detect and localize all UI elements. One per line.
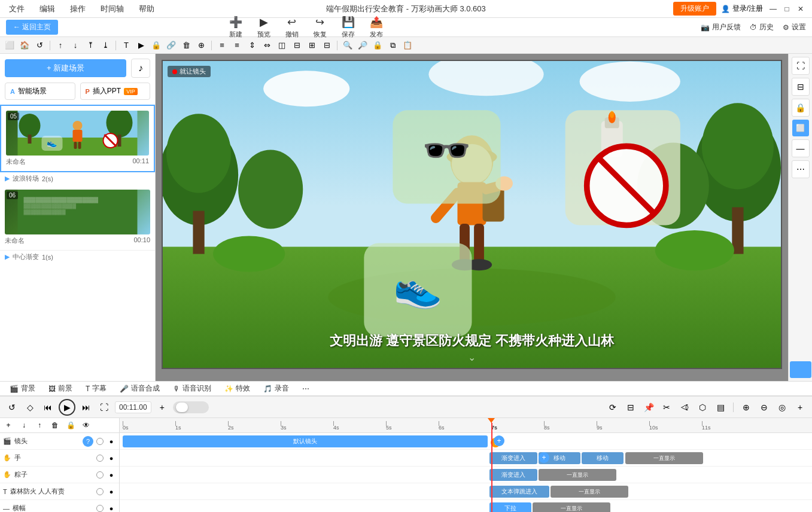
camera-dot[interactable] xyxy=(96,438,104,445)
tl-layer-down[interactable]: ↓ xyxy=(19,420,29,431)
upgrade-button[interactable]: 升级账户 xyxy=(673,2,716,16)
loop-tool[interactable]: ↺ xyxy=(33,39,46,52)
record-tool[interactable]: 🎵 录音 xyxy=(260,382,293,395)
tl-crop[interactable]: ▤ xyxy=(713,400,728,415)
tl-filter[interactable]: ⏿ xyxy=(677,400,692,415)
clip-camera-green[interactable]: + xyxy=(494,435,504,446)
zoom-out[interactable]: 🔎 xyxy=(356,39,369,52)
align-left[interactable]: ≡ xyxy=(215,39,229,52)
toolbar-undo[interactable]: ↩ 撤销 xyxy=(285,16,299,39)
menu-help[interactable]: 帮助 xyxy=(136,2,157,16)
lock2[interactable]: 🔒 xyxy=(371,39,384,52)
banner-eye[interactable]: ● xyxy=(107,504,116,513)
align-right[interactable]: ⇕ xyxy=(245,39,258,52)
fullscreen-button[interactable]: ⛶ xyxy=(792,57,810,75)
zoom-in[interactable]: 🔍 xyxy=(341,39,354,52)
toolbar-save[interactable]: 💾 保存 xyxy=(342,16,355,39)
more-button[interactable]: ⋯ xyxy=(792,160,810,178)
tl-zoomout[interactable]: ⊖ xyxy=(757,400,771,415)
speed-toggle[interactable] xyxy=(173,401,209,413)
subtitle-tool[interactable]: T 字幕 xyxy=(82,382,110,395)
canvas-content[interactable]: 🕶️ 👟 xyxy=(162,60,782,369)
align-middle[interactable]: ◫ xyxy=(275,39,288,52)
fg-tool[interactable]: 🖼 前景 xyxy=(45,382,76,395)
scene-item-05[interactable]: 👟 05 未命名 00:11 xyxy=(0,105,155,172)
toolbar-preview[interactable]: ▶ 预览 xyxy=(257,16,270,39)
back-home-button[interactable]: ← 返回主页 xyxy=(6,20,58,35)
paste[interactable]: 📋 xyxy=(401,39,414,52)
clip-banner-always[interactable]: 一直显示 xyxy=(533,502,610,512)
tl-layer-lock[interactable]: 🔒 xyxy=(65,420,76,431)
home-tool[interactable]: 🏠 xyxy=(18,39,31,52)
tl-layer-eye[interactable]: 👁 xyxy=(81,420,92,431)
hand-dot[interactable] xyxy=(96,455,104,462)
tl-add-frame[interactable]: + xyxy=(793,400,807,415)
clip-hand-always[interactable]: 一直显示 xyxy=(625,452,703,464)
clip-zongzi-always[interactable]: 一直显示 xyxy=(539,469,616,481)
history-button[interactable]: ⏱ 历史 xyxy=(750,22,774,32)
tl-prev[interactable]: ⏮ xyxy=(41,400,55,415)
next-tool[interactable]: ▶ xyxy=(135,39,148,52)
lock-button[interactable]: 🔒 xyxy=(792,99,810,117)
menu-operate[interactable]: 操作 xyxy=(67,2,89,16)
ai-scene-button[interactable]: A 智能场景 xyxy=(5,83,75,100)
fx-tool[interactable]: ✨ 特效 xyxy=(221,382,254,395)
hand-eye[interactable]: ● xyxy=(107,453,116,463)
tl-split[interactable]: ✂ xyxy=(659,400,674,415)
tl-expand[interactable]: ⛶ xyxy=(97,400,111,415)
minimize-button[interactable]: — xyxy=(768,4,778,14)
tl-key[interactable]: ◇ xyxy=(23,400,37,415)
scene-thumbnail-button[interactable] xyxy=(790,361,811,378)
clip-hand-move2[interactable]: 移动 xyxy=(582,452,624,464)
drop-tool[interactable]: ⤓ xyxy=(99,39,112,52)
settings-button[interactable]: ⚙ 设置 xyxy=(783,22,806,32)
delete-tool[interactable]: 🗑 xyxy=(180,39,193,52)
bg-tool[interactable]: 🎬 背景 xyxy=(6,382,39,395)
timeline-tracks[interactable]: 0s 1s 2s 3s 4s 5s 6s 7s xyxy=(120,418,812,512)
text-tool[interactable]: T xyxy=(120,39,133,52)
fit-button[interactable]: ⊟ xyxy=(792,78,810,96)
select-tool[interactable]: ⬜ xyxy=(3,39,16,52)
tl-play[interactable]: ▶ xyxy=(59,399,75,416)
clip-text-always[interactable]: 一直显示 xyxy=(551,486,628,498)
tl-layer-del[interactable]: 🗑 xyxy=(50,420,60,431)
tl-layer-up[interactable]: ↑ xyxy=(34,420,45,431)
clip-text-bounce-in[interactable]: 文本弹跳进入 xyxy=(489,486,549,498)
align-top[interactable]: ⇔ xyxy=(260,39,273,52)
tl-add-layer[interactable]: + xyxy=(3,420,14,431)
lift-tool[interactable]: ⤒ xyxy=(84,39,97,52)
clip-zongzi-fade-in[interactable]: 渐变进入 xyxy=(489,469,537,481)
menu-edit[interactable]: 编辑 xyxy=(37,2,58,16)
toolbar-new[interactable]: ➕ 新建 xyxy=(229,16,242,39)
tl-undo[interactable]: ↺ xyxy=(5,400,19,415)
copy-tool[interactable]: ⊕ xyxy=(194,39,208,52)
tl-zoomin[interactable]: ⊕ xyxy=(739,400,753,415)
zongzi-eye[interactable]: ● xyxy=(107,470,116,480)
menu-timeline[interactable]: 时间轴 xyxy=(98,2,127,16)
blue-panel-button[interactable]: ⬜ xyxy=(792,120,809,136)
new-scene-button[interactable]: + 新建场景 xyxy=(5,59,126,77)
minus-button[interactable]: — xyxy=(792,139,810,157)
align-center[interactable]: ≡ xyxy=(230,39,244,52)
text-eye[interactable]: ● xyxy=(107,487,116,496)
tl-mark[interactable]: 📌 xyxy=(641,400,656,415)
align-bottom[interactable]: ⊟ xyxy=(290,39,303,52)
distribute-v[interactable]: ⊟ xyxy=(320,39,333,52)
login-button[interactable]: 👤 登录/注册 xyxy=(721,4,763,14)
scene-item-06[interactable]: ▓▓▓▓▓▓▓▓▓▓▓▓▓▓▓▓▓▓▓ ▓▓▓▓▓▓▓▓▓▓▓▓▓▓▓ ▓▓▓▓… xyxy=(0,185,155,251)
clip-default-camera[interactable]: 默认镜头 xyxy=(123,435,488,447)
clip-banner-pull-down[interactable]: 下拉 xyxy=(489,502,531,512)
insert-ppt-button[interactable]: P 插入PPT VIP xyxy=(80,83,151,100)
toolbar-redo[interactable]: ↪ 恢复 xyxy=(314,16,327,39)
camera-eye[interactable]: ● xyxy=(107,437,116,446)
ref-tool[interactable]: 🔗 xyxy=(165,39,178,52)
feedback-button[interactable]: 📷 用户反馈 xyxy=(701,22,741,32)
more-tools[interactable]: ⋯ xyxy=(299,383,313,394)
tl-next[interactable]: ⏭ xyxy=(79,400,93,415)
text-dot[interactable] xyxy=(96,488,104,495)
tl-fit[interactable]: ⊟ xyxy=(624,400,638,415)
camera-help-badge[interactable]: ? xyxy=(83,436,93,447)
clip-hand-plus[interactable]: + xyxy=(539,452,549,463)
music-button[interactable]: ♪ xyxy=(131,59,150,78)
tts-tool[interactable]: 🎤 语音合成 xyxy=(116,382,163,395)
